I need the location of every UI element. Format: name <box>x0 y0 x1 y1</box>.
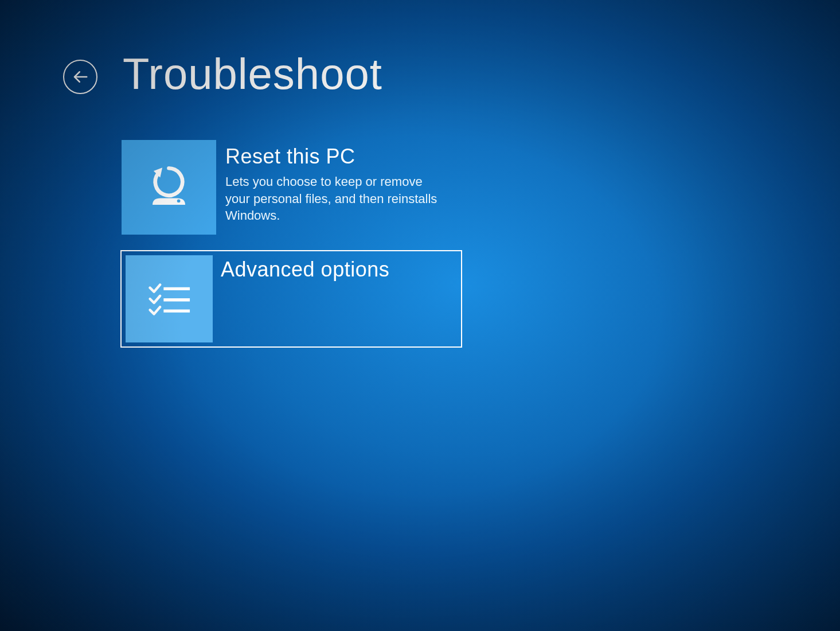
page-title: Troubleshoot <box>123 49 382 99</box>
option-title: Advanced options <box>221 258 389 282</box>
reset-icon-box <box>122 140 216 235</box>
option-text-block: Advanced options <box>221 255 389 342</box>
option-description: Lets you choose to keep or remove your p… <box>225 173 449 224</box>
svg-point-2 <box>177 199 181 202</box>
checklist-icon <box>144 274 194 324</box>
option-reset-this-pc[interactable]: Reset this PC Lets you choose to keep or… <box>120 139 462 236</box>
checklist-icon-box <box>126 255 213 342</box>
option-text-block: Reset this PC Lets you choose to keep or… <box>225 140 449 235</box>
options-list: Reset this PC Lets you choose to keep or… <box>120 139 840 348</box>
option-advanced-options[interactable]: Advanced options <box>120 250 462 348</box>
option-title: Reset this PC <box>225 145 449 169</box>
reset-icon <box>142 160 196 215</box>
back-arrow-icon <box>72 68 89 85</box>
header: Troubleshoot <box>63 49 840 99</box>
back-button[interactable] <box>63 60 97 94</box>
troubleshoot-screen: Troubleshoot Reset this PC Lets you choo… <box>0 0 840 348</box>
